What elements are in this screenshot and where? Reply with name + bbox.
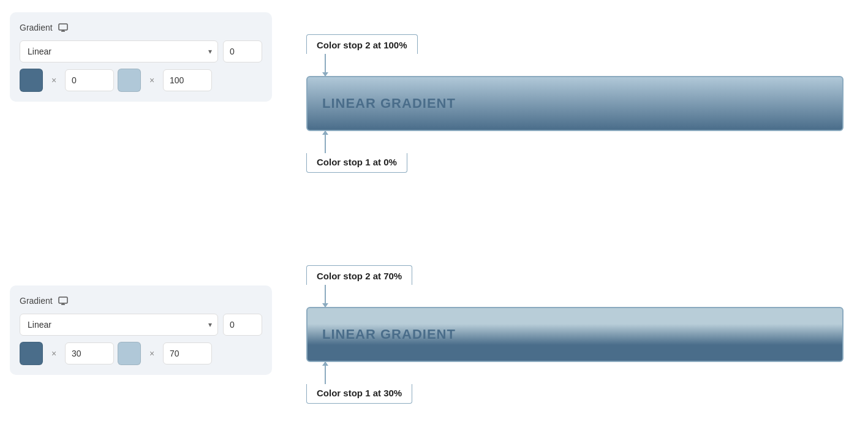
top-label-1: Color stop 2 at 100% [306,34,418,54]
top-annotation-2: Color stop 2 at 70% [306,265,843,285]
remove-stop-2-b[interactable]: × [145,346,159,361]
stop-row-2-a: × × [20,342,262,365]
gradient-box-1: LINEAR GRADIENT [306,76,843,131]
gradient-type-select-2[interactable]: Linear Radial [20,314,218,336]
label-row-2: Gradient [20,295,262,306]
gradient-card-2: Gradient Linear Radial ▾ × [10,285,272,375]
stop-position-2-a[interactable] [65,342,114,364]
top-arrow-1 [325,54,843,76]
gradient-label-2: Gradient [20,296,53,306]
top-annotation-1: Color stop 2 at 100% [306,34,843,54]
stop-position-2-b[interactable] [163,342,212,364]
remove-stop-1-b[interactable]: × [145,73,159,88]
section-spacer [306,207,843,232]
monitor-icon-2 [58,295,69,306]
demo-section-2: Color stop 2 at 70% LINEAR GRADIENT Colo… [306,232,843,426]
svg-rect-3 [59,297,67,303]
angle-input-1[interactable] [223,40,262,62]
gradient-label-1: Gradient [20,23,53,32]
select-row-1: Linear Radial ▾ [20,40,262,62]
bottom-arrow-line-1 [325,131,326,153]
color-swatch-2-a[interactable] [20,342,43,365]
top-label-2: Color stop 2 at 70% [306,265,412,285]
color-swatch-2-b[interactable] [118,342,141,365]
bottom-label-1: Color stop 1 at 0% [306,153,407,173]
remove-stop-2-a[interactable]: × [47,346,61,361]
gradient-title-1: LINEAR GRADIENT [322,96,456,111]
select-row-2: Linear Radial ▾ [20,314,262,336]
gradient-card-1: Gradient Linear Radial ▾ × [10,12,272,102]
stop-position-1-b[interactable] [163,69,212,91]
gradient-title-2: LINEAR GRADIENT [322,327,456,342]
bottom-annotation-1: Color stop 1 at 0% [306,153,843,173]
svg-rect-0 [59,24,67,30]
demo-section-1: Color stop 2 at 100% LINEAR GRADIENT Col… [306,12,843,207]
bottom-arrow-line-2 [325,362,326,384]
left-panel: Gradient Linear Radial ▾ × [0,0,282,438]
top-arrow-line-2 [325,285,326,307]
bottom-label-2: Color stop 1 at 30% [306,384,412,404]
right-panel: Color stop 2 at 100% LINEAR GRADIENT Col… [282,0,868,438]
bottom-arrow-2 [325,362,843,384]
bottom-arrow-1 [325,131,843,153]
monitor-icon-1 [58,22,69,33]
type-select-wrapper-1: Linear Radial ▾ [20,40,218,62]
gradient-box-2: LINEAR GRADIENT [306,307,843,362]
top-arrow-2 [325,285,843,307]
stop-position-1-a[interactable] [65,69,114,91]
bottom-annotation-2: Color stop 1 at 30% [306,384,843,404]
top-arrow-line-1 [325,54,326,76]
stop-row-1-a: × × [20,69,262,92]
type-select-wrapper-2: Linear Radial ▾ [20,314,218,336]
arrow-head-up-1 [322,130,328,135]
label-row-1: Gradient [20,22,262,33]
remove-stop-1-a[interactable]: × [47,73,61,88]
color-swatch-1-a[interactable] [20,69,43,92]
arrow-head-up-2 [322,361,328,366]
gradient-type-select-1[interactable]: Linear Radial [20,40,218,62]
angle-input-2[interactable] [223,314,262,336]
color-swatch-1-b[interactable] [118,69,141,92]
